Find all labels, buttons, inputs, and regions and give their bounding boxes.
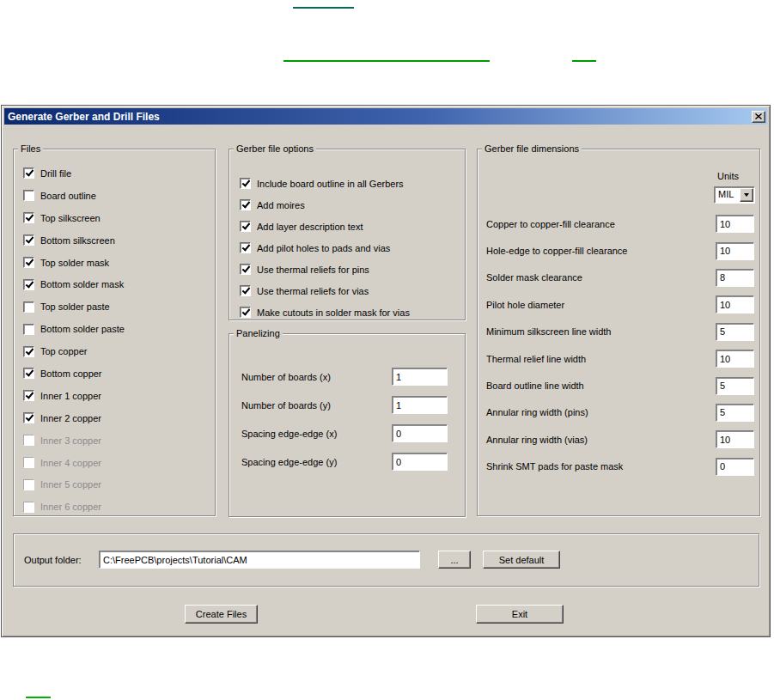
exit-button[interactable]: Exit [476, 605, 564, 624]
checkbox-row-bottom-solder-paste[interactable]: Bottom solder paste [23, 318, 211, 340]
checkbox-bottom-solder-mask[interactable] [23, 279, 34, 290]
field-label-annular-ring-width-pins: Annular ring width (pins) [486, 407, 716, 417]
field-row-shrink-smt-pads-for-paste-mask: Shrink SMT pads for paste mask [479, 453, 759, 480]
field-label-annular-ring-width-vias: Annular ring width (vias) [486, 435, 716, 445]
dimensions-fields: Copper to copper-fill clearanceHole-edge… [479, 210, 759, 480]
checkbox-use-thermal-reliefs-for-pins[interactable] [240, 264, 251, 275]
bottom-link-underline[interactable] [26, 697, 51, 698]
input-minimum-silkscreen-line-width[interactable] [716, 323, 754, 341]
field-label-minimum-silkscreen-line-width: Minimum silkscreen line width [486, 326, 716, 337]
checkbox-make-cutouts-in-solder-mask-for-vias[interactable] [240, 307, 251, 318]
checkbox-inner-1-copper[interactable] [23, 390, 34, 401]
checkbox-row-include-board-outline-in-all-gerbers[interactable]: Include board outline in all Gerbers [240, 173, 461, 194]
input-number-of-boards-x[interactable] [392, 368, 448, 386]
checkbox-row-inner-1-copper[interactable]: Inner 1 copper [23, 385, 211, 407]
checkbox-row-top-solder-mask[interactable]: Top solder mask [23, 252, 211, 274]
checkbox-label-top-solder-paste: Top solder paste [40, 301, 110, 312]
checkbox-row-add-layer-description-text[interactable]: Add layer description text [240, 216, 461, 237]
top-link-underline[interactable] [293, 7, 354, 9]
gerber-dialog: Generate Gerber and Drill Files Files Dr… [1, 105, 771, 637]
checkbox-label-add-moires: Add moires [257, 200, 305, 210]
field-label-pilot-hole-diameter: Pilot hole diameter [486, 300, 716, 310]
close-button[interactable] [752, 111, 765, 123]
units-dropdown[interactable]: MIL [714, 186, 755, 204]
input-thermal-relief-line-width[interactable] [716, 350, 754, 368]
checkbox-label-bottom-silkscreen: Bottom silkscreen [40, 235, 115, 246]
dialog-titlebar[interactable]: Generate Gerber and Drill Files [4, 108, 767, 125]
checkbox-row-add-pilot-holes-to-pads-and-vias[interactable]: Add pilot holes to pads and vias [240, 237, 461, 259]
field-label-solder-mask-clearance: Solder mask clearance [486, 272, 716, 283]
checkbox-row-board-outline[interactable]: Board outline [23, 185, 211, 207]
checkbox-inner-4-copper [23, 457, 34, 468]
field-row-annular-ring-width-pins: Annular ring width (pins) [479, 399, 759, 426]
output-folder-input[interactable] [99, 551, 420, 569]
checkbox-top-silkscreen[interactable] [23, 212, 34, 223]
checkbox-board-outline[interactable] [23, 190, 34, 201]
checkbox-add-moires[interactable] [240, 199, 251, 210]
dimensions-group-label: Gerber file dimensions [482, 143, 582, 154]
field-row-minimum-silkscreen-line-width: Minimum silkscreen line width [479, 319, 759, 345]
checkbox-add-pilot-holes-to-pads-and-vias[interactable] [240, 242, 251, 253]
checkbox-inner-2-copper[interactable] [23, 412, 34, 423]
create-files-button[interactable]: Create Files [185, 605, 258, 624]
checkbox-bottom-solder-paste[interactable] [23, 324, 34, 335]
set-default-button[interactable]: Set default [483, 551, 560, 569]
input-hole-edge-to-copper-fill-clearance[interactable] [716, 242, 754, 260]
field-label-copper-to-copper-fill-clearance: Copper to copper-fill clearance [486, 219, 716, 229]
checkbox-row-use-thermal-reliefs-for-pins[interactable]: Use thermal reliefs for pins [240, 259, 461, 280]
browse-button[interactable]: ... [438, 551, 471, 569]
files-checkbox-list: Drill fileBoard outlineTop silkscreenBot… [23, 162, 211, 518]
input-spacing-edge-edge-y[interactable] [392, 453, 448, 471]
checkbox-add-layer-description-text[interactable] [240, 221, 251, 232]
checkbox-row-bottom-silkscreen[interactable]: Bottom silkscreen [23, 229, 211, 252]
units-dropdown-button[interactable] [740, 188, 753, 202]
files-group-label: Files [18, 143, 43, 154]
checkbox-bottom-silkscreen[interactable] [23, 234, 34, 246]
checkbox-label-use-thermal-reliefs-for-vias: Use thermal reliefs for vias [257, 286, 369, 296]
checkbox-label-bottom-solder-paste: Bottom solder paste [40, 324, 125, 334]
panelizing-group-label: Panelizing [234, 328, 283, 338]
checkbox-top-solder-mask[interactable] [23, 257, 34, 268]
checkbox-row-bottom-copper[interactable]: Bottom copper [23, 362, 211, 385]
input-pilot-hole-diameter[interactable] [716, 295, 754, 313]
checkbox-label-drill-file: Drill file [40, 168, 71, 179]
checkbox-row-make-cutouts-in-solder-mask-for-vias[interactable]: Make cutouts in solder mask for vias [240, 301, 461, 323]
checkbox-row-top-silkscreen[interactable]: Top silkscreen [23, 207, 211, 229]
field-label-number-of-boards-y: Number of boards (y) [241, 400, 392, 411]
input-shrink-smt-pads-for-paste-mask[interactable] [716, 458, 754, 476]
dimensions-group: Gerber file dimensions Units MIL Copper … [477, 143, 760, 516]
checkbox-drill-file[interactable] [23, 167, 34, 179]
field-row-copper-to-copper-fill-clearance: Copper to copper-fill clearance [479, 210, 759, 237]
checkbox-row-bottom-solder-mask[interactable]: Bottom solder mask [23, 273, 211, 295]
checkbox-bottom-copper[interactable] [23, 368, 34, 379]
input-copper-to-copper-fill-clearance[interactable] [716, 215, 754, 233]
gerber-options-group-label: Gerber file options [234, 143, 316, 154]
checkbox-include-board-outline-in-all-gerbers[interactable] [240, 178, 251, 189]
input-spacing-edge-edge-x[interactable] [392, 424, 448, 442]
field-label-spacing-edge-edge-x: Spacing edge-edge (x) [241, 429, 392, 439]
checkbox-use-thermal-reliefs-for-vias[interactable] [240, 285, 251, 296]
middle-link-underline[interactable] [283, 60, 490, 62]
checkbox-row-drill-file[interactable]: Drill file [23, 162, 211, 185]
checkbox-inner-3-copper [23, 435, 34, 446]
field-label-board-outline-line-width: Board outline line width [486, 380, 716, 391]
checkbox-top-solder-paste[interactable] [23, 301, 34, 313]
units-dropdown-value: MIL [715, 187, 740, 203]
checkbox-top-copper[interactable] [23, 346, 34, 357]
checkbox-row-add-moires[interactable]: Add moires [240, 194, 461, 216]
input-annular-ring-width-vias[interactable] [716, 430, 754, 448]
checkbox-row-use-thermal-reliefs-for-vias[interactable]: Use thermal reliefs for vias [240, 280, 461, 301]
checkbox-row-top-copper[interactable]: Top copper [23, 340, 211, 362]
checkbox-row-top-solder-paste[interactable]: Top solder paste [23, 295, 211, 318]
field-row-spacing-edge-edge-x: Spacing edge-edge (x) [229, 419, 465, 447]
input-board-outline-line-width[interactable] [716, 377, 754, 395]
input-number-of-boards-y[interactable] [392, 396, 448, 414]
checkbox-label-inner-5-copper: Inner 5 copper [40, 479, 101, 490]
input-annular-ring-width-pins[interactable] [716, 404, 754, 422]
middle-link-underline-2[interactable] [572, 60, 596, 62]
field-label-hole-edge-to-copper-fill-clearance: Hole-edge to copper-fill clearance [486, 246, 716, 256]
checkbox-row-inner-5-copper: Inner 5 copper [23, 473, 211, 496]
options-checkbox-list: Include board outline in all GerbersAdd … [240, 173, 461, 323]
input-solder-mask-clearance[interactable] [716, 269, 754, 287]
checkbox-row-inner-2-copper[interactable]: Inner 2 copper [23, 407, 211, 429]
